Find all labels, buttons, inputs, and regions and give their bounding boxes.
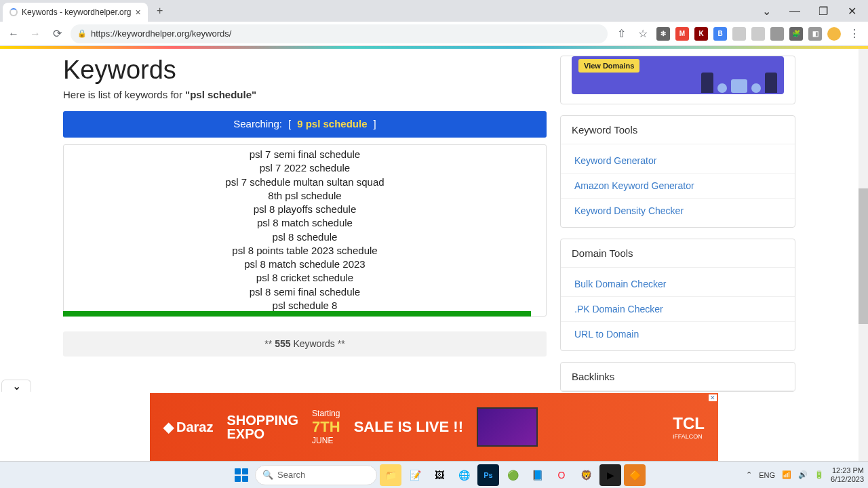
ad-close-button[interactable]: ✕	[709, 394, 717, 401]
search-icon: 🔍	[262, 470, 273, 480]
sidebar-link[interactable]: Keyword Density Checker	[561, 199, 795, 223]
ad-sale-text: SALE IS LIVE !!	[354, 418, 463, 436]
main-column: Keywords Here is list of keywords for "p…	[63, 56, 547, 442]
battery-icon[interactable]: 🔋	[814, 470, 824, 479]
extension-icon[interactable]: K	[694, 27, 708, 41]
bookmark-icon[interactable]: ☆	[635, 26, 651, 42]
keyword-item: psl 8 schedule	[64, 230, 546, 244]
keyword-item: psl 8 cricket schedule	[64, 271, 546, 285]
keyword-item: psl 8 match schedule	[64, 216, 546, 230]
chevron-down-icon[interactable]: ⌄	[753, 1, 780, 20]
sidepanel-icon[interactable]: ◧	[808, 27, 822, 41]
ad-banner[interactable]: ✕ ◆ Daraz SHOPPINGEXPO Starting 7TH JUNE…	[150, 393, 718, 461]
extension-icon[interactable]	[751, 27, 765, 41]
wifi-icon[interactable]: 📶	[782, 470, 791, 479]
lock-icon: 🔒	[77, 29, 87, 38]
url-input[interactable]: 🔒 https://keywordhelper.org/keywords/	[71, 24, 608, 43]
sidebar-link[interactable]: URL to Domain	[561, 322, 795, 346]
browser-tab[interactable]: Keywords - keywordhelper.org ×	[3, 3, 148, 22]
scrollbar-thumb[interactable]	[859, 188, 868, 324]
extensions-menu-icon[interactable]: 🧩	[789, 27, 803, 41]
taskbar-search[interactable]: 🔍 Search	[255, 465, 377, 485]
sidebar: View Domains Keyword Tools Keyword Gener…	[560, 56, 795, 442]
app-icon[interactable]: ▶	[599, 464, 621, 486]
address-bar: ← → ⟳ 🔒 https://keywordhelper.org/keywor…	[0, 22, 868, 46]
keyword-item: psl 7 schedule multan sultan squad	[64, 176, 546, 189]
extension-icon[interactable]	[770, 27, 784, 41]
app-icon[interactable]: 📘	[526, 464, 548, 486]
chrome-icon[interactable]: 🟢	[502, 464, 524, 486]
sidebar-link[interactable]: Keyword Generator	[561, 148, 795, 174]
edge-icon[interactable]: 🌐	[453, 464, 475, 486]
start-button[interactable]	[231, 464, 252, 486]
file-explorer-icon[interactable]: 📁	[380, 464, 401, 486]
keyword-item: 8th psl schedule	[64, 189, 546, 203]
keyword-results-box[interactable]: psl 7 semi final schedulepsl 7 2022 sche…	[63, 144, 547, 317]
browser-tab-strip: Keywords - keywordhelper.org × + ⌄ — ❐ ✕	[0, 0, 868, 22]
menu-icon[interactable]: ⋮	[846, 26, 863, 42]
profile-avatar[interactable]	[827, 27, 841, 41]
system-tray: ⌃ ENG 📶 🔊 🔋 12:23 PM 6/12/2023	[746, 466, 864, 483]
keyword-list: psl 7 semi final schedulepsl 7 2022 sche…	[64, 145, 546, 317]
new-tab-button[interactable]: +	[152, 3, 168, 19]
ad-date: Starting 7TH JUNE	[312, 409, 340, 445]
window-controls: ⌄ — ❐ ✕	[753, 1, 865, 20]
app-icon[interactable]: 📝	[404, 464, 426, 486]
forward-button[interactable]: →	[27, 26, 43, 42]
page-content: Keywords Here is list of keywords for "p…	[0, 49, 868, 442]
app-icon[interactable]: 🔶	[624, 464, 646, 486]
maximize-button[interactable]: ❐	[810, 1, 837, 20]
sidebar-link[interactable]: Bulk Domain Checker	[561, 272, 795, 297]
close-tab-icon[interactable]: ×	[135, 7, 140, 18]
card-header: Domain Tools	[561, 239, 795, 268]
volume-icon[interactable]: 🔊	[798, 470, 808, 479]
promo-banner[interactable]: View Domains	[572, 56, 784, 94]
opera-icon[interactable]: O	[551, 464, 572, 486]
promo-card: View Domains	[560, 56, 795, 104]
extension-icons: ✻ M K B 🧩 ◧ ⋮	[656, 26, 863, 42]
card-header: Keyword Tools	[561, 116, 795, 144]
ad-brand: TCL iFFALCON	[673, 414, 705, 440]
brave-icon[interactable]: 🦁	[575, 464, 597, 486]
ad-expo-text: SHOPPINGEXPO	[226, 413, 298, 441]
keyword-item: psl 7 2022 schedule	[64, 161, 546, 175]
progress-bar	[63, 311, 531, 317]
loading-spinner-icon	[9, 8, 18, 16]
subtitle: Here is list of keywords for "psl schedu…	[63, 89, 547, 100]
url-text: https://keywordhelper.org/keywords/	[91, 28, 231, 39]
keyword-item: psl 8 semi final schedule	[64, 285, 546, 299]
photoshop-icon[interactable]: Ps	[477, 464, 499, 486]
keyword-item: psl 8 points table 2023 schedule	[64, 244, 546, 258]
sidebar-link[interactable]: .PK Domain Checker	[561, 297, 795, 322]
card-header: Backlinks	[561, 363, 795, 391]
minimize-button[interactable]: —	[781, 1, 808, 20]
ad-tv-image	[477, 407, 538, 447]
share-icon[interactable]: ⇧	[613, 26, 629, 42]
backlinks-card: Backlinks	[560, 362, 795, 392]
gmail-icon[interactable]: M	[675, 27, 689, 41]
back-button[interactable]: ←	[5, 26, 22, 42]
tab-title: Keywords - keywordhelper.org	[22, 7, 131, 17]
tray-chevron-icon[interactable]: ⌃	[746, 470, 752, 479]
close-window-button[interactable]: ✕	[838, 1, 865, 20]
collapse-ad-button[interactable]: ⌄	[1, 380, 31, 392]
bottom-ad-panel: ⌄ ✕ ◆ Daraz SHOPPINGEXPO Starting 7TH JU…	[0, 390, 868, 461]
sidebar-link[interactable]: Amazon Keyword Generator	[561, 174, 795, 199]
card-body: Keyword GeneratorAmazon Keyword Generato…	[561, 144, 795, 227]
view-domains-button[interactable]: View Domains	[578, 59, 639, 73]
ad-logo: ◆ Daraz	[163, 419, 213, 435]
keyword-count: ** 555 Keywords **	[63, 331, 547, 357]
language-indicator[interactable]: ENG	[759, 471, 775, 479]
keyword-item: psl 7 semi final schedule	[64, 148, 546, 161]
extension-icon[interactable]	[732, 27, 746, 41]
promo-illustration	[701, 73, 777, 93]
extension-icon[interactable]: ✻	[656, 27, 670, 41]
keyword-item: psl 8 match schedule 2023	[64, 258, 546, 271]
reload-button[interactable]: ⟳	[49, 26, 65, 42]
clock[interactable]: 12:23 PM 6/12/2023	[831, 466, 864, 483]
extension-icon[interactable]: B	[713, 27, 727, 41]
domain-tools-card: Domain Tools Bulk Domain Checker.PK Doma…	[560, 239, 795, 351]
keyword-item: psl schedule 8	[64, 299, 546, 312]
app-icon[interactable]: 🖼	[429, 464, 450, 486]
card-body: Bulk Domain Checker.PK Domain CheckerURL…	[561, 268, 795, 350]
